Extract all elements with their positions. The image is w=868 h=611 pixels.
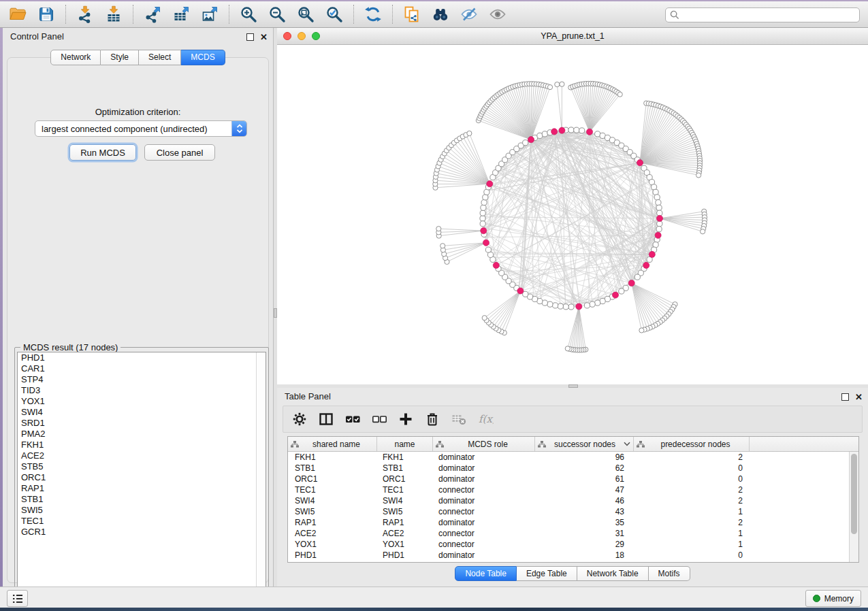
search-input[interactable]: [682, 10, 855, 20]
first-neighbors-button[interactable]: [428, 3, 453, 25]
node-table: shared namenameMCDS rolesuccessor nodesp…: [287, 436, 859, 563]
network-window-titlebar[interactable]: YPA_prune.txt_1: [277, 28, 868, 45]
hide-selected-button[interactable]: [457, 3, 481, 25]
import-table-button[interactable]: [101, 3, 126, 25]
mcds-result-item[interactable]: SWI4: [18, 407, 266, 418]
mcds-list-scrollbar[interactable]: [256, 352, 266, 598]
export-table-button[interactable]: [169, 3, 193, 25]
export-image-button[interactable]: [197, 3, 222, 25]
close-panel-icon[interactable]: ✕: [260, 33, 268, 42]
sort-indicator-icon: [624, 442, 630, 446]
mcds-result-item[interactable]: SRD1: [18, 418, 266, 429]
table-settings-button[interactable]: [289, 409, 310, 429]
table-row-RAP1[interactable]: RAP1RAP1dominator352: [288, 517, 850, 528]
network-canvas[interactable]: [277, 45, 868, 384]
column-chooser-button[interactable]: [315, 409, 337, 429]
column-header-shared-name[interactable]: shared name: [288, 437, 377, 451]
function-builder-icon: f(x): [477, 411, 494, 427]
mcds-result-item[interactable]: PHD1: [18, 352, 266, 363]
cell-name: SWI5: [377, 507, 433, 516]
tab-network-table[interactable]: Network Table: [577, 566, 649, 581]
close-panel-icon[interactable]: ✕: [855, 393, 863, 401]
table-row-PHD1[interactable]: PHD1PHD1dominator180: [288, 550, 850, 561]
table-scrollbar[interactable]: [849, 452, 858, 562]
zoom-in-button[interactable]: [236, 3, 261, 25]
cell-successor-nodes: 31: [535, 529, 634, 538]
zoom-in-icon: [240, 5, 257, 23]
cell-shared-name: PHD1: [288, 550, 377, 560]
table-row-FKH1[interactable]: FKH1FKH1dominator962: [288, 452, 850, 463]
tab-style[interactable]: Style: [101, 50, 139, 65]
table-row-ACE2[interactable]: ACE2ACE2connector311: [288, 528, 850, 539]
mcds-result-item[interactable]: TEC1: [18, 516, 266, 527]
mcds-result-item[interactable]: STP4: [18, 374, 266, 385]
zoom-fit-button[interactable]: [293, 3, 318, 25]
show-panels-button[interactable]: [7, 590, 28, 607]
cell-predecessor-nodes: 2: [634, 452, 750, 462]
mcds-result-item[interactable]: ORC1: [18, 472, 266, 483]
scrollbar-thumb[interactable]: [851, 454, 857, 534]
cell-shared-name: YOX1: [288, 540, 377, 549]
table-row-YOX1[interactable]: YOX1YOX1connector291: [288, 539, 850, 550]
delete-table-button: [448, 409, 470, 429]
mcds-result-item[interactable]: GCR1: [18, 527, 266, 538]
export-network-icon: [144, 5, 161, 23]
table-row-TEC1[interactable]: TEC1TEC1connector472: [288, 484, 850, 495]
network-snapshot-button[interactable]: [400, 3, 424, 25]
column-header-MCDS-role[interactable]: MCDS role: [433, 437, 535, 451]
mcds-result-item[interactable]: ACE2: [18, 450, 266, 461]
select-all-button[interactable]: [342, 409, 364, 429]
cell-shared-name: TEC1: [288, 485, 377, 495]
toolbar-group: [231, 3, 352, 25]
mcds-result-item[interactable]: STB5: [18, 461, 266, 472]
open-session-button[interactable]: [5, 3, 30, 25]
tab-network[interactable]: Network: [50, 50, 101, 65]
cell-shared-name: ACE2: [288, 529, 377, 538]
table-row-STB1[interactable]: STB1STB1dominator620: [288, 463, 850, 474]
zoom-out-button[interactable]: [265, 3, 289, 25]
delete-entry-button[interactable]: [421, 409, 443, 429]
export-network-button[interactable]: [140, 3, 165, 25]
deselect-all-button[interactable]: [368, 409, 390, 429]
first-neighbors-icon: [432, 5, 449, 23]
float-panel-icon[interactable]: [841, 393, 849, 401]
tab-node-table[interactable]: Node Table: [455, 566, 517, 581]
optimization-criterion-select[interactable]: largest connected component (undirected): [35, 120, 247, 137]
column-header-successor-nodes[interactable]: successor nodes: [535, 437, 634, 451]
desktop-wallpaper-bottom: [0, 608, 868, 611]
mcds-result-item[interactable]: SWI5: [18, 505, 266, 516]
run-mcds-button[interactable]: Run MCDS: [69, 144, 136, 161]
network-graph[interactable]: [277, 45, 868, 384]
show-all-button[interactable]: [485, 3, 510, 25]
tab-mcds[interactable]: MCDS: [181, 50, 225, 65]
zoom-selected-button[interactable]: [322, 3, 347, 25]
mcds-result-item[interactable]: RAP1: [18, 483, 266, 494]
tab-motifs[interactable]: Motifs: [649, 566, 690, 581]
table-row-SWI5[interactable]: SWI5SWI5connector431: [288, 506, 850, 517]
column-header-predecessor-nodes[interactable]: predecessor nodes: [634, 437, 750, 451]
tab-select[interactable]: Select: [139, 50, 181, 65]
mcds-result-item[interactable]: STB1: [18, 494, 266, 505]
mcds-result-item[interactable]: CAR1: [18, 363, 266, 374]
import-network-button[interactable]: [73, 3, 97, 25]
toolbar-separator: [133, 5, 133, 24]
cell-successor-nodes: 96: [535, 452, 634, 462]
mcds-result-item[interactable]: FKH1: [18, 440, 266, 450]
toolbar-separator: [392, 5, 393, 24]
tab-edge-table[interactable]: Edge Table: [517, 566, 577, 581]
mcds-result-item[interactable]: YOX1: [18, 396, 266, 407]
save-session-button[interactable]: [34, 3, 59, 25]
add-entry-button[interactable]: [395, 409, 417, 429]
close-panel-button[interactable]: Close panel: [144, 144, 215, 161]
refresh-view-button[interactable]: [361, 3, 385, 25]
import-table-icon: [105, 5, 123, 23]
mcds-result-item[interactable]: TID3: [18, 385, 266, 396]
float-panel-icon[interactable]: [246, 33, 254, 41]
memory-status-icon: [813, 595, 820, 602]
zoom-out-icon: [268, 5, 286, 23]
table-row-SWI4[interactable]: SWI4SWI4dominator462: [288, 495, 850, 506]
table-row-ORC1[interactable]: ORC1ORC1dominator610: [288, 474, 850, 484]
memory-button[interactable]: Memory: [805, 590, 861, 607]
mcds-result-item[interactable]: PMA2: [18, 429, 266, 440]
column-header-name[interactable]: name: [377, 437, 433, 451]
